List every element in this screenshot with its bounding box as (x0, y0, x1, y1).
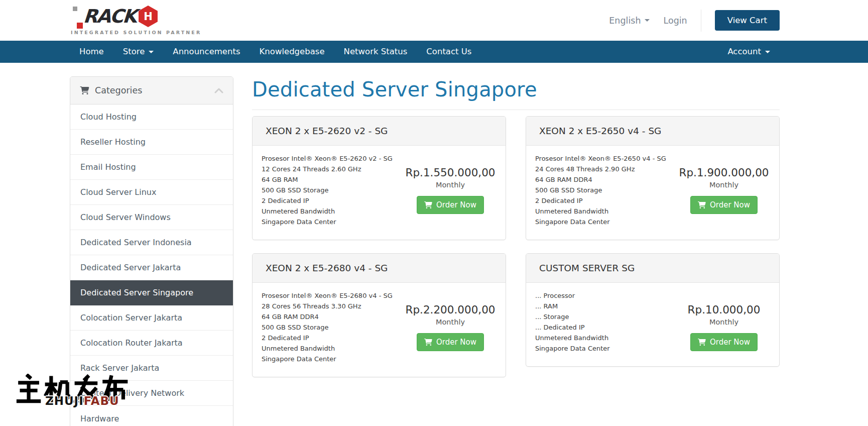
product-name: XEON 2 x E5-2620 v2 - SG (253, 117, 506, 146)
categories-panel: Categories Cloud Hosting Reseller Hostin… (70, 76, 233, 426)
logo-red-square (77, 23, 83, 29)
logo-hexagon-h-icon: H (139, 6, 158, 27)
nav-item-store[interactable]: Store (113, 41, 164, 63)
spec-line: 2 Dedicated IP (535, 195, 674, 206)
order-now-label: Order Now (436, 338, 476, 347)
product-specs: ... Processor ... RAM ... Storage ... De… (535, 290, 674, 354)
spec-line: Prosesor Intel® Xeon® E5-2620 v2 - SG (262, 153, 400, 164)
product-name: XEON 2 x E5-2680 v4 - SG (253, 254, 506, 283)
language-dropdown[interactable]: English (609, 16, 650, 26)
spec-line: 64 GB RAM (262, 174, 400, 185)
billing-cycle: Monthly (674, 181, 774, 189)
sidebar-item-hardware[interactable]: Hardware (70, 406, 233, 426)
chevron-down-icon (149, 51, 154, 53)
spec-line: 2 Dedicated IP (262, 195, 400, 206)
spec-line: 500 GB SSD Storage (262, 322, 400, 333)
sidebar-item-cloud-server-linux[interactable]: Cloud Server Linux (70, 180, 233, 205)
spec-line: 64 GB RAM DDR4 (262, 311, 400, 322)
chevron-up-icon (214, 87, 223, 93)
login-link[interactable]: Login (663, 16, 687, 26)
nav-store-label: Store (123, 41, 145, 63)
order-now-button[interactable]: Order Now (417, 196, 484, 214)
product-card: XEON 2 x E5-2650 v4 - SG Prosesor Intel®… (526, 116, 780, 240)
spec-line: 500 GB SSD Storage (535, 185, 674, 195)
spec-line: 28 Cores 56 Threads 3.30 GHz (262, 301, 400, 311)
nav-item-home[interactable]: Home (70, 41, 113, 63)
nav-item-account[interactable]: Account (718, 41, 780, 63)
product-specs: Prosesor Intel® Xeon® E5-2680 v4 - SG 28… (262, 290, 400, 364)
product-name: XEON 2 x E5-2650 v4 - SG (526, 117, 779, 146)
spec-line: ... Dedicated IP (535, 322, 674, 333)
spec-line: Singapore Data Center (262, 354, 400, 364)
spec-line: Singapore Data Center (535, 343, 674, 354)
collapse-toggle[interactable] (214, 87, 223, 93)
order-now-button[interactable]: Order Now (690, 333, 758, 351)
categories-title: Categories (95, 85, 142, 95)
product-name: CUSTOM SERVER SG (526, 254, 779, 283)
billing-cycle: Monthly (674, 318, 774, 326)
spec-line: Singapore Data Center (262, 217, 400, 227)
chevron-down-icon (645, 19, 650, 22)
cart-icon (424, 339, 432, 346)
view-cart-button[interactable]: View Cart (715, 10, 780, 31)
spec-line: 12 Cores 24 Threads 2.60 GHz (262, 164, 400, 174)
main-navbar: Home Store Announcements Knowledgebase N… (0, 41, 868, 63)
order-now-label: Order Now (710, 200, 750, 209)
spec-line: 2 Dedicated IP (262, 333, 400, 343)
cart-icon (424, 201, 432, 208)
brand-logo[interactable]: RACK H INTEGRATED SOLUTION PARTNER (70, 5, 165, 37)
order-now-button[interactable]: Order Now (417, 333, 484, 351)
spec-line: 500 GB SSD Storage (262, 185, 400, 195)
sidebar-item-reseller-hosting[interactable]: Reseller Hosting (70, 130, 233, 155)
spec-line: Unmetered Bandwidth (262, 343, 400, 354)
page-title: Dedicated Server Singapore (252, 76, 780, 110)
product-price: Rp.1.550.000,00 (400, 166, 501, 179)
spec-line: Prosesor Intel® Xeon® E5-2650 v4 - SG (535, 153, 674, 164)
sidebar-item-dedicated-server-jakarta[interactable]: Dedicated Server Jakarta (70, 255, 233, 280)
product-card: XEON 2 x E5-2620 v2 - SG Prosesor Intel®… (252, 116, 506, 240)
spec-line: Prosesor Intel® Xeon® E5-2680 v4 - SG (262, 290, 400, 301)
categories-header: Categories (70, 77, 233, 104)
sidebar-item-cloud-server-windows[interactable]: Cloud Server Windows (70, 205, 233, 230)
sidebar-item-email-hosting[interactable]: Email Hosting (70, 155, 233, 180)
chevron-down-icon (765, 51, 770, 53)
billing-cycle: Monthly (400, 318, 501, 326)
sidebar-item-content-delivery-network[interactable]: Content Delivery Network (70, 381, 233, 406)
spec-line: ... Processor (535, 290, 674, 301)
main-content: Dedicated Server Singapore XEON 2 x E5-2… (252, 76, 780, 377)
spec-line: Unmetered Bandwidth (262, 206, 400, 217)
sidebar-item-cloud-hosting[interactable]: Cloud Hosting (70, 104, 233, 130)
cart-icon (698, 201, 706, 208)
nav-item-network-status[interactable]: Network Status (334, 41, 417, 63)
spec-line: ... RAM (535, 301, 674, 311)
product-specs: Prosesor Intel® Xeon® E5-2650 v4 - SG 24… (535, 153, 674, 227)
product-card: CUSTOM SERVER SG ... Processor ... RAM .… (526, 253, 780, 367)
sidebar-item-rack-server-jakarta[interactable]: Rack Server Jakarta (70, 356, 233, 381)
nav-item-knowledgebase[interactable]: Knowledgebase (250, 41, 334, 63)
sidebar-item-colocation-router-jakarta[interactable]: Colocation Router Jakarta (70, 331, 233, 356)
order-now-label: Order Now (710, 338, 750, 347)
header-divider (701, 10, 701, 32)
billing-cycle: Monthly (400, 181, 501, 189)
spec-line: 64 GB RAM DDR4 (535, 174, 674, 185)
top-header: RACK H INTEGRATED SOLUTION PARTNER Engli… (0, 0, 868, 41)
account-label: Account (727, 41, 761, 63)
sidebar-item-colocation-server-jakarta[interactable]: Colocation Server Jakarta (70, 305, 233, 331)
product-price: Rp.1.900.000,00 (674, 166, 774, 179)
spec-line: ... Storage (535, 311, 674, 322)
cart-icon (80, 86, 89, 94)
sidebar-item-dedicated-server-indonesia[interactable]: Dedicated Server Indonesia (70, 230, 233, 255)
cart-icon (698, 339, 706, 346)
product-grid: XEON 2 x E5-2620 v2 - SG Prosesor Intel®… (252, 116, 780, 377)
order-now-label: Order Now (436, 200, 476, 209)
sidebar-item-dedicated-server-singapore[interactable]: Dedicated Server Singapore (70, 280, 233, 305)
order-now-button[interactable]: Order Now (690, 196, 758, 214)
spec-line: 24 Cores 48 Threads 2.90 GHz (535, 164, 674, 174)
spec-line: Singapore Data Center (535, 217, 674, 227)
language-label: English (609, 16, 641, 26)
nav-item-announcements[interactable]: Announcements (163, 41, 250, 63)
logo-tagline: INTEGRATED SOLUTION PARTNER (71, 30, 201, 35)
nav-item-contact-us[interactable]: Contact Us (417, 41, 481, 63)
product-card: XEON 2 x E5-2680 v4 - SG Prosesor Intel®… (252, 253, 506, 377)
logo-gray-square (73, 7, 77, 11)
